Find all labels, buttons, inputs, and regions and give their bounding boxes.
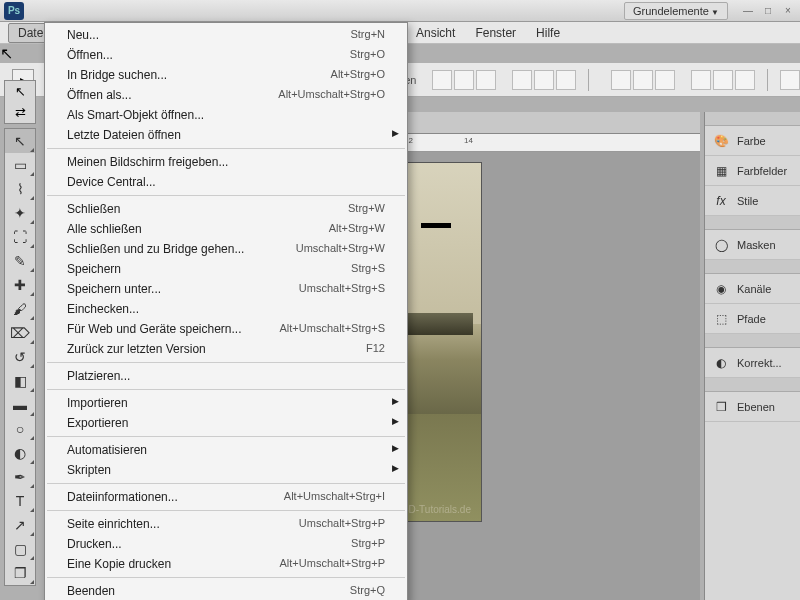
submenu-arrow-icon: ▶ — [392, 416, 399, 426]
dist-right-icon[interactable] — [735, 70, 755, 90]
menu-item-label: Speichern unter... — [67, 282, 161, 296]
menu-item[interactable]: Platzieren... — [45, 366, 407, 386]
menu-item-shortcut: Alt+Umschalt+Strg+O — [278, 88, 385, 102]
path-tool[interactable]: ↗ — [5, 513, 35, 537]
dodge-tool[interactable]: ◐ — [5, 441, 35, 465]
distribute-group-2 — [691, 70, 755, 90]
menu-item-label: Speichern — [67, 262, 121, 276]
menu-hilfe[interactable]: Hilfe — [526, 23, 570, 43]
menu-item-shortcut: Alt+Umschalt+Strg+I — [284, 490, 385, 504]
menu-item[interactable]: Speichern unter...Umschalt+Strg+S — [45, 279, 407, 299]
align-right-icon[interactable] — [556, 70, 576, 90]
align-bottom-icon[interactable] — [476, 70, 496, 90]
swap-icon[interactable]: ⇄ — [5, 102, 35, 123]
menu-item-label: Seite einrichten... — [67, 517, 160, 531]
menu-item-label: Device Central... — [67, 175, 156, 189]
pen-tool[interactable]: ✒ — [5, 465, 35, 489]
menu-item[interactable]: Exportieren▶ — [45, 413, 407, 433]
menu-item-shortcut: Strg+W — [348, 202, 385, 216]
menu-item[interactable]: In Bridge suchen...Alt+Strg+O — [45, 65, 407, 85]
type-tool[interactable]: T — [5, 489, 35, 513]
menu-item[interactable]: Öffnen...Strg+O — [45, 45, 407, 65]
brush-tool[interactable]: 🖌 — [5, 297, 35, 321]
workspace-switcher[interactable]: Grundelemente — [624, 2, 728, 20]
move-tool-icon[interactable]: ↖ — [5, 81, 35, 102]
shape-tool[interactable]: ▢ — [5, 537, 35, 561]
submenu-arrow-icon: ▶ — [392, 128, 399, 138]
mask-icon: ◯ — [713, 237, 729, 253]
history-brush-tool[interactable]: ↺ — [5, 345, 35, 369]
dist-vcenter-icon[interactable] — [633, 70, 653, 90]
menu-item[interactable]: Einchecken... — [45, 299, 407, 319]
menu-item[interactable]: SchließenStrg+W — [45, 199, 407, 219]
crop-tool[interactable]: ⛶ — [5, 225, 35, 249]
stamp-tool[interactable]: ⌦ — [5, 321, 35, 345]
blur-tool[interactable]: ○ — [5, 417, 35, 441]
menu-item[interactable]: Schließen und zu Bridge gehen...Umschalt… — [45, 239, 407, 259]
move-tool[interactable]: ↖ — [5, 129, 35, 153]
channels-icon: ◉ — [713, 281, 729, 297]
heal-tool[interactable]: ✚ — [5, 273, 35, 297]
3d-tool[interactable]: ❐ — [5, 561, 35, 585]
menu-fenster[interactable]: Fenster — [465, 23, 526, 43]
menu-item[interactable]: Skripten▶ — [45, 460, 407, 480]
menu-item[interactable]: Device Central... — [45, 172, 407, 192]
menu-item[interactable]: Für Web und Geräte speichern...Alt+Umsch… — [45, 319, 407, 339]
menu-item-label: Automatisieren — [67, 443, 147, 457]
maximize-button[interactable]: □ — [760, 4, 776, 18]
menu-item[interactable]: Neu...Strg+N — [45, 25, 407, 45]
menu-item[interactable]: Meinen Bildschirm freigeben... — [45, 152, 407, 172]
menu-item-shortcut: F12 — [366, 342, 385, 356]
panel-kanaele[interactable]: ◉Kanäle — [705, 274, 800, 304]
palette-icon: 🎨 — [713, 133, 729, 149]
menu-item-shortcut: Strg+P — [351, 537, 385, 551]
align-hcenter-icon[interactable] — [534, 70, 554, 90]
dist-bottom-icon[interactable] — [655, 70, 675, 90]
marquee-tool[interactable]: ▭ — [5, 153, 35, 177]
dist-top-icon[interactable] — [611, 70, 631, 90]
panel-ebenen[interactable]: ❒Ebenen — [705, 392, 800, 422]
menu-item[interactable]: Automatisieren▶ — [45, 440, 407, 460]
menu-item[interactable]: Letzte Dateien öffnen▶ — [45, 125, 407, 145]
panel-farbfelder[interactable]: ▦Farbfelder — [705, 156, 800, 186]
panel-masken[interactable]: ◯Masken — [705, 230, 800, 260]
close-button[interactable]: × — [780, 4, 796, 18]
menu-item[interactable]: Eine Kopie druckenAlt+Umschalt+Strg+P — [45, 554, 407, 574]
dist-left-icon[interactable] — [691, 70, 711, 90]
panel-pfade[interactable]: ⬚Pfade — [705, 304, 800, 334]
dist-hcenter-icon[interactable] — [713, 70, 733, 90]
panel-stile[interactable]: fxStile — [705, 186, 800, 216]
menu-item[interactable]: Seite einrichten...Umschalt+Strg+P — [45, 514, 407, 534]
align-vcenter-icon[interactable] — [454, 70, 474, 90]
eyedropper-tool[interactable]: ✎ — [5, 249, 35, 273]
menu-item-label: Schließen — [67, 202, 120, 216]
menu-item[interactable]: Importieren▶ — [45, 393, 407, 413]
menu-item[interactable]: Drucken...Strg+P — [45, 534, 407, 554]
auto-align-icon[interactable] — [780, 70, 800, 90]
menu-item[interactable]: BeendenStrg+Q — [45, 581, 407, 600]
menu-item[interactable]: Zurück zur letzten VersionF12 — [45, 339, 407, 359]
menu-item[interactable]: Öffnen als...Alt+Umschalt+Strg+O — [45, 85, 407, 105]
adjust-icon: ◐ — [713, 355, 729, 371]
eraser-tool[interactable]: ◧ — [5, 369, 35, 393]
menu-item[interactable]: SpeichernStrg+S — [45, 259, 407, 279]
menu-item-shortcut: Strg+O — [350, 48, 385, 62]
menu-ansicht[interactable]: Ansicht — [406, 23, 465, 43]
swatches-icon: ▦ — [713, 163, 729, 179]
menu-item[interactable]: Dateiinformationen...Alt+Umschalt+Strg+I — [45, 487, 407, 507]
panel-korrekturen[interactable]: ◐Korrekt... — [705, 348, 800, 378]
menu-item-label: Eine Kopie drucken — [67, 557, 171, 571]
wand-tool[interactable]: ✦ — [5, 201, 35, 225]
menu-item[interactable]: Alle schließenAlt+Strg+W — [45, 219, 407, 239]
gradient-tool[interactable]: ▬ — [5, 393, 35, 417]
file-menu-dropdown: Neu...Strg+NÖffnen...Strg+OIn Bridge suc… — [44, 22, 408, 600]
lasso-tool[interactable]: ⌇ — [5, 177, 35, 201]
panel-farbe[interactable]: 🎨Farbe — [705, 126, 800, 156]
menu-item-shortcut: Alt+Strg+W — [329, 222, 385, 236]
align-top-icon[interactable] — [432, 70, 452, 90]
minimize-button[interactable]: — — [740, 4, 756, 18]
menu-item[interactable]: Als Smart-Objekt öffnen... — [45, 105, 407, 125]
submenu-arrow-icon: ▶ — [392, 463, 399, 473]
paths-icon: ⬚ — [713, 311, 729, 327]
align-left-icon[interactable] — [512, 70, 532, 90]
